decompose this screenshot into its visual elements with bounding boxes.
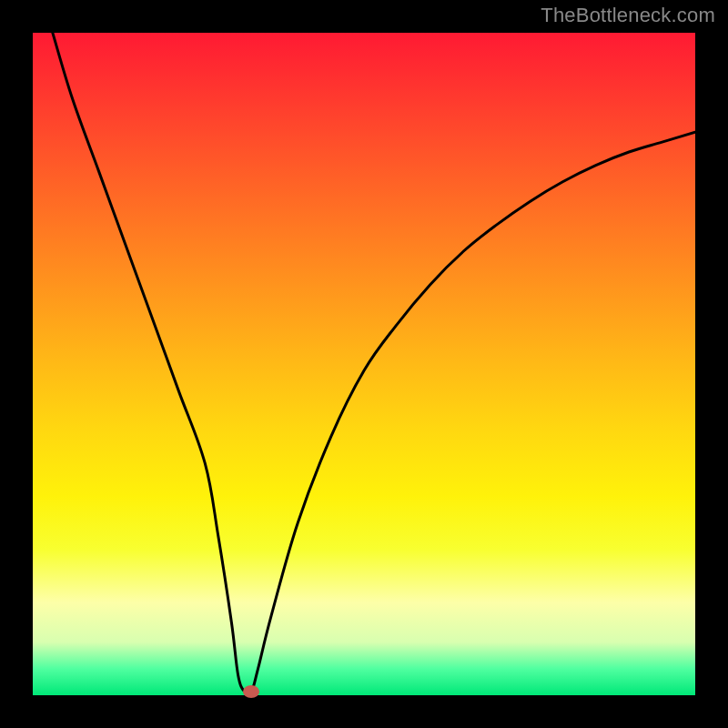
- optimum-marker: [243, 685, 259, 698]
- bottleneck-curve: [53, 33, 695, 694]
- plot-area: [33, 33, 695, 695]
- curve-svg: [33, 33, 695, 695]
- chart-frame: TheBottleneck.com: [0, 0, 728, 728]
- watermark-text: TheBottleneck.com: [541, 4, 715, 27]
